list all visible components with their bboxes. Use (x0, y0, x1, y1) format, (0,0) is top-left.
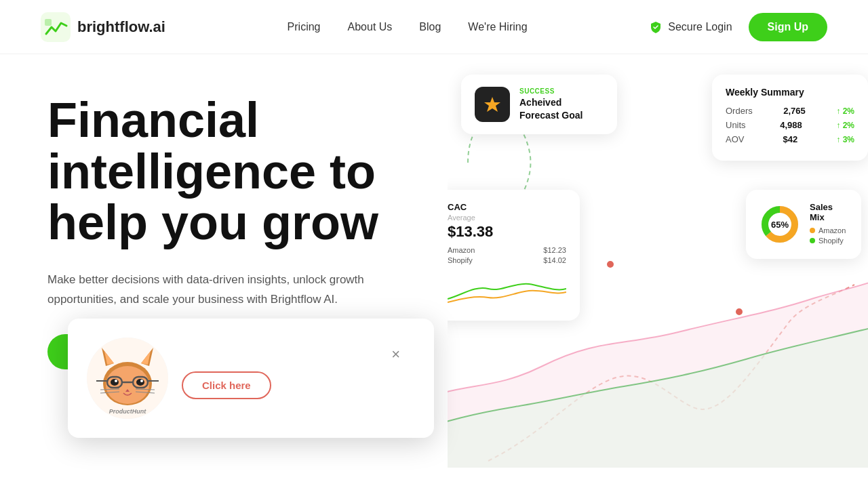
popup: ProductHunt × Click here (68, 319, 434, 438)
svg-text:ProductHunt: ProductHunt (109, 408, 146, 415)
nav-about[interactable]: About Us (348, 21, 393, 33)
donut-chart: 65% (760, 204, 800, 245)
cac-rows: Amazon $12.23 Shopify $14.02 (448, 246, 566, 264)
sales-legend: Sales Mix Amazon Shopify (810, 202, 848, 247)
popup-mascot: ProductHunt (87, 338, 168, 419)
heading-line2: intelligence to (47, 144, 376, 199)
legend-label-shopify: Shopify (818, 237, 844, 245)
navbar: brightflow.ai Pricing About Us Blog We'r… (0, 0, 868, 54)
metric-aov: AOV (726, 134, 744, 144)
heading-line1: Financial (47, 93, 259, 147)
change-aov: ↑ 3% (836, 135, 854, 144)
brand-name: brightflow.ai (77, 18, 165, 36)
legend-shopify: Shopify (810, 237, 848, 245)
cac-amazon-val: $12.23 (543, 246, 566, 254)
weekly-row-aov: AOV $42 ↑ 3% (726, 134, 854, 144)
cac-avg-value: $13.38 (448, 223, 566, 241)
nav-hiring[interactable]: We're Hiring (468, 21, 527, 33)
legend-label-amazon: Amazon (818, 226, 846, 235)
signup-button[interactable]: Sign Up (749, 13, 827, 41)
legend-dot-shopify (810, 238, 815, 243)
success-card: SUCCESS Acheived Forecast Goal (461, 75, 617, 134)
val-orders: 2,765 (783, 106, 806, 116)
nav-pricing[interactable]: Pricing (288, 21, 321, 33)
weekly-summary-card: Weekly Summary Orders 2,765 ↑ 2% Units 4… (712, 75, 868, 161)
success-title: Acheived Forecast Goal (519, 96, 604, 121)
popup-close-button[interactable]: × (391, 347, 400, 362)
cac-row-shopify: Shopify $14.02 (448, 256, 566, 264)
cac-card: CAC Average $13.38 Amazon $12.23 Shopify… (434, 190, 580, 321)
star-icon (483, 95, 502, 114)
logo[interactable]: brightflow.ai (41, 12, 165, 42)
svg-point-2 (606, 260, 614, 268)
cac-row-amazon: Amazon $12.23 (448, 246, 566, 254)
hero-heading: Financial intelligence to help you grow (47, 95, 407, 249)
sales-mix-card: 65% Sales Mix Amazon Shopify (746, 190, 861, 259)
legend-dot-amazon (810, 228, 815, 233)
main-content: Financial intelligence to help you grow … (0, 54, 868, 488)
val-units: 4,988 (780, 120, 802, 130)
success-label: SUCCESS (519, 87, 604, 95)
weekly-row-units: Units 4,988 ↑ 2% (726, 120, 854, 130)
nav-links: Pricing About Us Blog We're Hiring (288, 21, 528, 33)
weekly-row-orders: Orders 2,765 ↑ 2% (726, 106, 854, 116)
nav-blog[interactable]: Blog (419, 21, 441, 33)
weekly-title: Weekly Summary (726, 87, 854, 98)
mascot-svg: ProductHunt (87, 338, 168, 419)
popup-content: × Click here (182, 338, 412, 399)
cac-amazon-label: Amazon (448, 246, 475, 254)
val-aov: $42 (783, 134, 798, 144)
success-icon-box (475, 87, 510, 122)
change-units: ↑ 2% (836, 121, 854, 130)
logo-icon (41, 12, 71, 42)
shield-icon (649, 20, 663, 34)
svg-point-24 (115, 380, 117, 382)
secure-login[interactable]: Secure Login (649, 20, 732, 34)
svg-marker-6 (484, 97, 500, 112)
success-text: SUCCESS Acheived Forecast Goal (519, 87, 604, 121)
svg-point-3 (735, 308, 743, 316)
secure-login-label: Secure Login (668, 21, 732, 33)
svg-rect-0 (41, 12, 71, 42)
cac-avg-label: Average (448, 214, 566, 222)
dashboard-preview: SUCCESS Acheived Forecast Goal Weekly Su… (407, 54, 868, 488)
sales-mix-title: Sales Mix (810, 202, 848, 222)
change-orders: ↑ 2% (836, 106, 854, 116)
hero-subtitle: Make better decisions with data-driven i… (47, 270, 400, 310)
metric-orders: Orders (726, 106, 753, 116)
donut-percentage: 65% (771, 220, 789, 230)
metric-units: Units (726, 120, 746, 130)
svg-rect-1 (45, 19, 52, 26)
cac-title: CAC (448, 202, 566, 212)
legend-amazon: Amazon (810, 226, 848, 235)
svg-point-25 (140, 380, 143, 382)
popup-cta-button[interactable]: Click here (182, 371, 271, 399)
cac-mini-chart (448, 272, 566, 306)
cac-shopify-label: Shopify (448, 256, 473, 264)
navbar-right: Secure Login Sign Up (649, 13, 827, 41)
cac-shopify-val: $14.02 (543, 256, 566, 264)
heading-line3: help you grow (47, 195, 378, 249)
